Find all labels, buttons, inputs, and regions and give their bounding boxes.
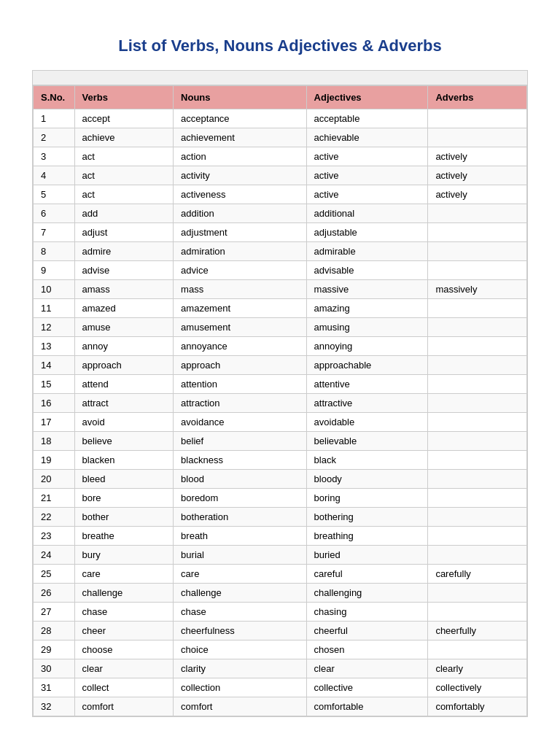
cell-adjective: careful [306,565,428,584]
table-row: 23breathebreathbreathing [34,527,527,546]
cell-sno: 32 [34,697,75,716]
table-row: 14approachapproachapproachable [34,356,527,375]
cell-adjective: cheerful [306,622,428,640]
cell-adjective: amazing [306,299,428,318]
cell-sno: 7 [34,223,75,242]
page-title: List of Verbs, Nouns Adjectives & Adverb… [15,36,545,55]
table-row: 15attendattentionattentive [34,375,527,394]
cell-adjective: active [306,147,428,166]
cell-adverb [428,128,527,147]
table-row: 21boreboredomboring [34,489,527,508]
cell-verb: act [74,166,174,185]
cell-verb: avoid [74,413,174,432]
cell-noun: cheerfulness [174,622,306,640]
cell-noun: advice [174,261,306,280]
cell-noun: avoidance [174,413,306,432]
cell-adjective: chasing [306,603,428,622]
cell-noun: botheration [174,508,306,527]
cell-verb: amuse [74,318,174,337]
cell-adjective: attentive [306,375,428,394]
cell-sno: 9 [34,261,75,280]
cell-adverb [428,299,527,318]
cell-adverb: actively [428,185,527,204]
cell-adverb: massively [428,280,527,299]
cell-verb: bore [74,489,174,508]
table-row: 24buryburialburied [34,546,527,565]
cell-sno: 5 [34,185,75,204]
cell-noun: boredom [174,489,306,508]
table-row: 8admireadmirationadmirable [34,242,527,261]
cell-sno: 17 [34,413,75,432]
cell-adverb [428,451,527,470]
table-row: 5actactivenessactiveactively [34,185,527,204]
cell-verb: add [74,204,174,223]
cell-sno: 15 [34,375,75,394]
cell-verb: believe [74,432,174,451]
cell-noun: blackness [174,451,306,470]
header-sno: S.No. [34,86,75,109]
top-bar [32,70,528,85]
cell-noun: belief [174,432,306,451]
table-row: 19blackenblacknessblack [34,451,527,470]
cell-adjective: active [306,166,428,185]
table-row: 13annoyannoyanceannoying [34,337,527,356]
cell-adverb [428,584,527,603]
header-adverbs: Adverbs [428,86,527,109]
cell-adverb [428,204,527,223]
cell-adverb [428,109,527,128]
cell-verb: approach [74,356,174,375]
cell-noun: attraction [174,394,306,413]
cell-sno: 16 [34,394,75,413]
cell-adverb [428,489,527,508]
cell-sno: 1 [34,109,75,128]
cell-noun: action [174,147,306,166]
cell-verb: clear [74,659,174,678]
table-row: 31collectcollectioncollectivecollectivel… [34,678,527,697]
cell-adjective: clear [306,659,428,678]
cell-verb: attract [74,394,174,413]
cell-verb: chase [74,603,174,622]
table-row: 28cheercheerfulnesscheerfulcheerfully [34,622,527,640]
cell-noun: approach [174,356,306,375]
cell-adverb [428,318,527,337]
cell-adverb [428,546,527,565]
cell-noun: acceptance [174,109,306,128]
cell-verb: act [74,147,174,166]
cell-sno: 3 [34,147,75,166]
cell-adverb [428,394,527,413]
cell-adverb [428,640,527,659]
table-row: 18believebeliefbelievable [34,432,527,451]
cell-adverb: comfortably [428,697,527,716]
cell-adjective: comfortable [306,697,428,716]
cell-sno: 30 [34,659,75,678]
cell-adjective: bothering [306,508,428,527]
cell-adverb: clearly [428,659,527,678]
table-wrapper: S.No. Verbs Nouns Adjectives Adverbs 1ac… [32,85,528,717]
cell-verb: achieve [74,128,174,147]
cell-noun: breath [174,527,306,546]
cell-noun: adjustment [174,223,306,242]
cell-adjective: amusing [306,318,428,337]
cell-sno: 11 [34,299,75,318]
cell-adjective: annoying [306,337,428,356]
cell-adverb [428,223,527,242]
cell-verb: advise [74,261,174,280]
header-verbs: Verbs [74,86,174,109]
table-row: 10amassmassmassivemassively [34,280,527,299]
cell-sno: 25 [34,565,75,584]
cell-adverb [428,470,527,489]
cell-noun: clarity [174,659,306,678]
cell-adverb: cheerfully [428,622,527,640]
cell-noun: admiration [174,242,306,261]
cell-adjective: attractive [306,394,428,413]
cell-sno: 8 [34,242,75,261]
cell-sno: 18 [34,432,75,451]
cell-adjective: believable [306,432,428,451]
cell-sno: 20 [34,470,75,489]
header-adjectives: Adjectives [306,86,428,109]
cell-adverb: collectively [428,678,527,697]
cell-sno: 31 [34,678,75,697]
cell-adjective: bloody [306,470,428,489]
cell-sno: 4 [34,166,75,185]
table-body: 1acceptacceptanceacceptable2achieveachie… [34,109,527,716]
